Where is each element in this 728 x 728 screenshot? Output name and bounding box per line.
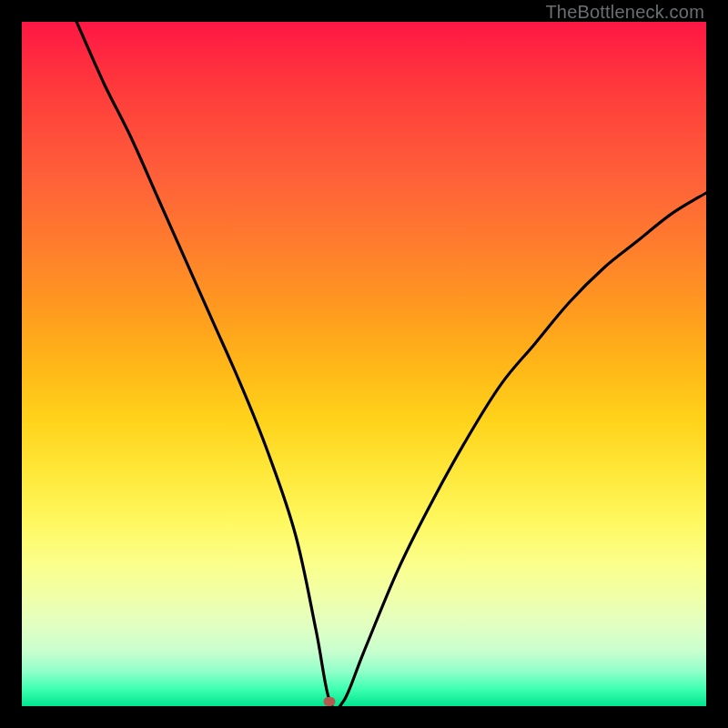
outer-frame: TheBottleneck.com <box>0 0 728 728</box>
bottleneck-curve <box>22 22 706 706</box>
minimum-marker <box>324 697 336 706</box>
plot-area <box>22 22 706 706</box>
watermark-text: TheBottleneck.com <box>545 2 704 23</box>
